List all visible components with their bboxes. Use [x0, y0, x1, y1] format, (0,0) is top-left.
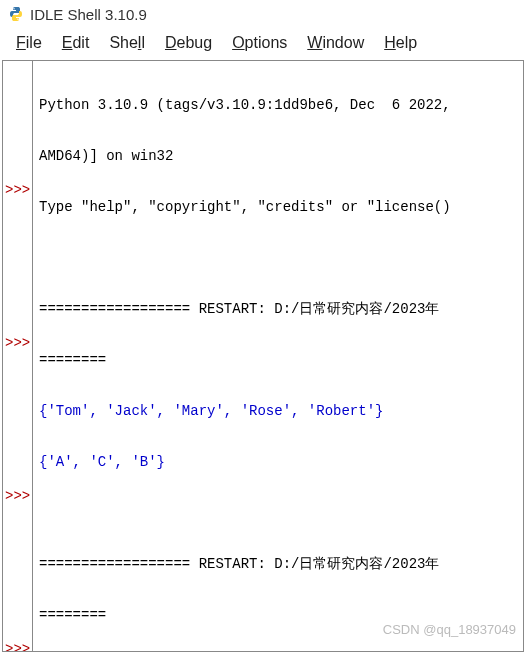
window-title: IDLE Shell 3.10.9: [30, 6, 147, 23]
menu-file[interactable]: File: [6, 32, 52, 54]
svg-point-0: [13, 8, 14, 9]
menubar: File Edit Shell Debug Options Window Hel…: [0, 28, 526, 60]
output-line: {'Tom', 'Jack', 'Mary', 'Rose', 'Robert'…: [39, 403, 519, 420]
output-line: {'A', 'C', 'B'}: [39, 454, 519, 471]
banner-line: Python 3.10.9 (tags/v3.10.9:1dd9be6, Dec…: [39, 97, 519, 114]
shell-content[interactable]: Python 3.10.9 (tags/v3.10.9:1dd9be6, Dec…: [33, 61, 523, 651]
menu-options[interactable]: Options: [222, 32, 297, 54]
restart-tail: ========: [39, 352, 519, 369]
prompt: >>>: [3, 335, 32, 352]
menu-shell[interactable]: Shell: [99, 32, 155, 54]
restart-line: ================== RESTART: D:/日常研究内容/20…: [39, 301, 519, 318]
svg-point-1: [17, 19, 18, 20]
menu-edit[interactable]: Edit: [52, 32, 100, 54]
banner-line: Type "help", "copyright", "credits" or "…: [39, 199, 519, 216]
menu-help[interactable]: Help: [374, 32, 427, 54]
prompt: >>>: [3, 182, 32, 199]
prompt: >>>: [3, 488, 32, 505]
restart-line: ================== RESTART: D:/日常研究内容/20…: [39, 556, 519, 573]
blank-line: [39, 250, 519, 267]
titlebar: IDLE Shell 3.10.9: [0, 0, 526, 28]
blank-line: [39, 505, 519, 522]
shell-area[interactable]: >>> >>> >>> >>> >>> >>> >>> Python 3.10.…: [2, 60, 524, 652]
banner-line: AMD64)] on win32: [39, 148, 519, 165]
menu-window[interactable]: Window: [297, 32, 374, 54]
prompt: >>>: [3, 641, 32, 652]
prompt-gutter: >>> >>> >>> >>> >>> >>> >>>: [3, 61, 33, 651]
watermark: CSDN @qq_18937049: [383, 622, 516, 637]
python-icon: [8, 6, 24, 22]
menu-debug[interactable]: Debug: [155, 32, 222, 54]
